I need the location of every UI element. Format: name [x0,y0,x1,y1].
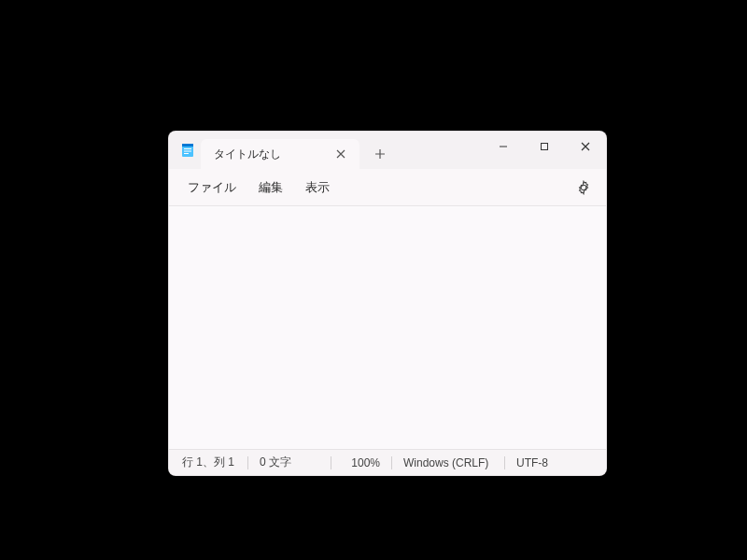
document-tab[interactable]: タイトルなし [201,139,359,169]
notepad-app-icon [178,132,197,169]
svg-rect-4 [184,153,189,154]
settings-button[interactable] [569,173,599,203]
text-editor[interactable] [169,206,606,449]
status-cursor-position: 行 1、列 1 [175,455,247,471]
minimize-button[interactable] [483,132,524,161]
titlebar: タイトルなし [169,132,606,169]
tab-close-button[interactable] [331,145,350,163]
menubar: ファイル 編集 表示 [169,169,606,206]
menu-view[interactable]: 表示 [294,174,341,202]
gear-icon [576,180,591,195]
menu-file[interactable]: ファイル [176,174,247,202]
svg-rect-1 [182,144,193,147]
status-zoom-level[interactable]: 100% [331,455,391,471]
close-window-button[interactable] [565,132,606,161]
maximize-button[interactable] [524,132,565,161]
new-tab-button[interactable] [365,139,395,169]
status-line-ending[interactable]: Windows (CRLF) [392,455,504,471]
notepad-window: タイトルなし ファイル 編集 表示 [168,131,607,476]
status-character-count: 0 文字 [248,455,331,471]
svg-rect-5 [542,144,548,150]
tab-strip: タイトルなし [169,132,395,169]
window-controls [483,132,606,161]
statusbar: 行 1、列 1 0 文字 100% Windows (CRLF) UTF-8 [169,449,606,475]
menu-edit[interactable]: 編集 [247,174,294,202]
svg-rect-2 [184,148,191,149]
tab-title-label: タイトルなし [214,147,331,162]
status-encoding[interactable]: UTF-8 [505,455,561,471]
svg-rect-3 [184,151,191,152]
